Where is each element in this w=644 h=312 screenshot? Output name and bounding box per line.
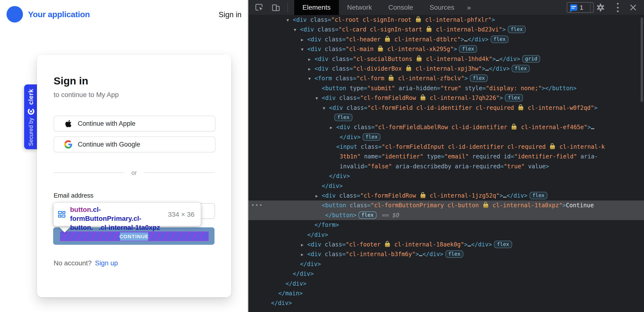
layout-badge[interactable]: flex [490,36,509,43]
tree-node[interactable]: ▼<div class="cl-root cl-signIn-root cl-i… [248,15,644,25]
more-options-icon[interactable] [616,3,619,12]
tree-node[interactable]: ▶<div class="cl-formFieldLabelRow cl-id-… [248,122,644,132]
tree-node[interactable]: ▼<form class="cl-form cl-internal-zfbclv… [248,74,644,83]
device-toolbar-icon[interactable] [272,4,280,12]
node-options-dots[interactable]: ••• [251,201,263,210]
layout-badge[interactable]: flex [470,74,488,82]
layout-badge[interactable]: flex [508,26,526,33]
layout-badge[interactable]: flex [358,211,376,219]
layout-badge[interactable]: flex [362,133,381,141]
lock-icon [518,104,523,110]
tree-node[interactable]: </div> [248,279,644,288]
lock-icon [94,223,98,230]
tab-network[interactable]: Network [339,0,380,15]
layout-badge[interactable]: grid [522,55,540,63]
tree-node[interactable]: </form> [248,220,644,230]
lock-icon [512,124,516,130]
tree-node[interactable]: ▼<div class="cl-formFieldRow cl-internal… [248,93,644,103]
expand-arrow-right-icon[interactable]: ▶ [316,191,322,201]
expand-arrow-right-icon[interactable]: ▶ [330,123,336,132]
toolbar-separator [590,3,590,12]
secured-by-label: Secured by [28,118,34,146]
layout-badge[interactable]: flex [530,192,548,199]
tree-node[interactable]: <input class="cl-formFieldInput cl-id-id… [248,142,644,152]
tree-node[interactable]: flex [248,113,644,122]
scrollbar-thumb[interactable] [640,18,643,102]
tree-node[interactable]: </div> [248,259,644,269]
tree-node[interactable]: </div> [248,181,644,191]
continue-label-box: CONTINUE [120,232,148,241]
expand-arrow-down-icon[interactable]: ▼ [301,45,307,54]
expand-arrow-down-icon[interactable]: ▼ [316,93,322,103]
close-icon[interactable] [629,4,637,12]
layout-badge[interactable]: flex [446,250,464,258]
lock-icon [385,36,390,42]
selected-tree-node[interactable]: </button>flex == $0 [248,210,644,220]
expand-arrow-right-icon[interactable]: ▶ [301,240,307,250]
settings-gear-icon[interactable] [596,3,605,12]
lock-icon [416,16,421,23]
tree-node[interactable]: </div> [248,230,644,240]
tree-node[interactable]: ▼<div class="cl-main cl-internal-xk295g"… [248,44,644,54]
layout-badge[interactable]: flex [334,114,352,121]
tab-[interactable]: » [462,0,476,15]
tree-node[interactable]: </div> [248,171,644,181]
toolbar-separator [288,3,288,12]
tree-node[interactable]: <button type="submit" aria-hidden="true"… [248,83,644,93]
continue-button-label: CONTINUE [119,234,149,239]
selected-tree-node[interactable]: •••<button class="cl-formButtonPrimary c… [248,201,644,210]
layout-badge[interactable]: flex [459,45,477,53]
lock-icon [406,65,411,71]
tree-node[interactable]: invalid="false" aria-describedby aria-re… [248,162,644,171]
or-divider: or [54,169,214,176]
tree-node[interactable]: ▶<div class="cl-socialButtons cl-interna… [248,54,644,64]
continue-with-google-button[interactable]: Continue with Google [54,136,216,152]
tree-node[interactable]: ▼<div class="cl-formField cl-id-identifi… [248,103,644,113]
elements-tree[interactable]: ▼<div class="cl-root cl-signIn-root cl-i… [248,15,644,312]
expand-arrow-down-icon[interactable]: ▼ [294,25,300,35]
secured-by-clerk-badge[interactable]: Secured by clerk [24,84,38,149]
lock-icon [550,143,555,149]
expand-arrow-right-icon[interactable]: ▶ [301,35,307,45]
tab-sources[interactable]: Sources [421,0,462,15]
continue-with-apple-button[interactable]: Continue with Apple [54,116,216,131]
card-subtitle: to continue to My App [54,91,118,99]
expand-arrow-right-icon[interactable]: ▶ [308,54,314,64]
clerk-brand-label: clerk [27,89,35,105]
inspect-element-icon[interactable] [255,4,264,12]
sign-up-link[interactable]: Sign up [95,259,118,267]
tab-console[interactable]: Console [380,0,421,15]
tree-node[interactable]: ▼<div class="cl-card cl-signIn-start cl-… [248,25,644,34]
tab-elements[interactable]: Elements [294,0,339,15]
lock-icon [385,241,390,247]
expand-arrow-right-icon[interactable]: ▶ [301,250,307,259]
layout-badge[interactable]: flex [512,65,530,72]
nav-sign-in-link[interactable]: Sign in [218,11,242,19]
tree-node[interactable]: ▶<div class="cl-internal-b3fm6y">…</div>… [248,249,644,259]
app-title: Your application [28,10,90,19]
expand-arrow-right-icon[interactable]: ▶ [308,64,314,74]
expand-arrow-down-icon[interactable]: ▼ [286,15,293,25]
tree-node[interactable]: ▶<div class="cl-formFieldRow cl-internal… [248,191,644,201]
tree-node[interactable]: </div>flex [248,132,644,142]
tooltip-dimensions: 334 × 36 [168,211,194,218]
tree-node[interactable]: </div> [248,298,644,308]
expand-arrow-down-icon[interactable]: ▼ [323,103,329,113]
tree-node[interactable]: </main> [248,288,644,298]
tree-node[interactable]: </div> [248,269,644,279]
lock-icon [417,55,422,62]
tree-node[interactable]: ▶<div class="cl-header cl-internal-dtblr… [248,35,644,44]
layout-badge[interactable]: flex [494,241,512,248]
expand-arrow-down-icon[interactable]: ▼ [308,74,314,83]
issues-counter-button[interactable]: 1 [567,2,594,13]
tree-node[interactable]: ▶<div class="cl-dividerBox cl-internal-x… [248,64,644,74]
layout-badge[interactable]: flex [505,94,523,102]
or-divider-label: or [124,169,144,176]
tree-node[interactable]: ▶<div class="cl-footer cl-internal-18aek… [248,240,644,249]
email-address-label: Email address [54,192,94,199]
issues-message-icon [570,4,577,11]
app-logo-icon [6,6,23,23]
apple-button-label: Continue with Apple [78,116,136,131]
card-footer: No account?Sign up [54,259,118,267]
tree-node[interactable]: 3tb1n" name="identifier" type="email" re… [248,152,644,161]
